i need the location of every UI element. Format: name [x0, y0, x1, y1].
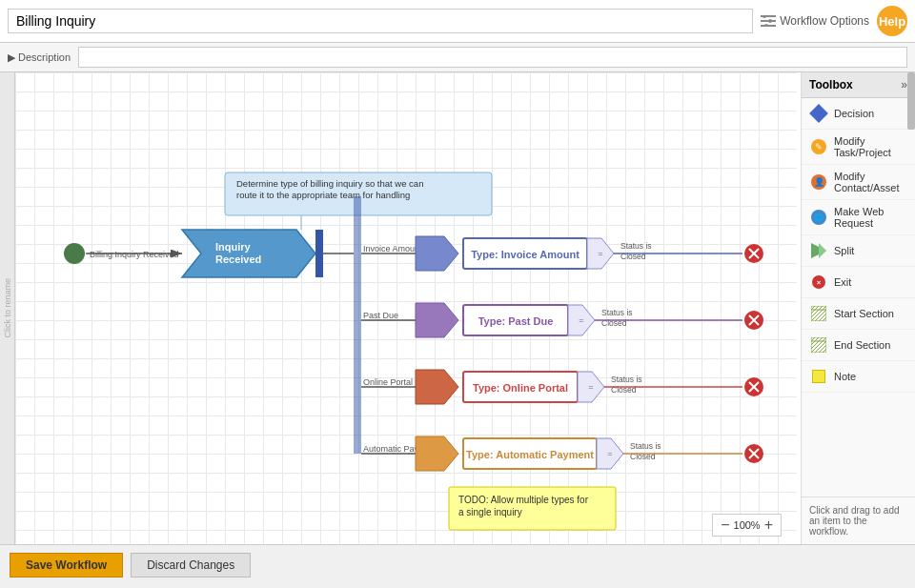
svg-line-79 — [811, 306, 815, 310]
save-workflow-button[interactable]: Save Workflow — [10, 553, 123, 578]
svg-marker-34 — [416, 303, 458, 337]
toolbox-split-label: Split — [834, 245, 854, 256]
toolbox-start-section-label: Start Section — [834, 308, 894, 319]
toolbox-title: Toolbox — [809, 78, 853, 91]
svg-text:Status is: Status is — [601, 308, 633, 317]
svg-text:a single inquiry: a single inquiry — [458, 507, 522, 517]
svg-text:=: = — [579, 315, 583, 325]
svg-line-93 — [819, 345, 826, 353]
note-icon — [809, 367, 828, 386]
svg-text:Status is: Status is — [611, 375, 642, 384]
toolbox-modify-task-label: Modify Task/Project — [834, 135, 907, 158]
svg-text:Invoice Amount: Invoice Amount — [363, 244, 422, 253]
decision-icon — [809, 104, 828, 123]
svg-line-85 — [823, 317, 826, 321]
make-web-icon: 🌐 — [809, 208, 828, 227]
svg-point-5 — [764, 24, 768, 27]
workflow-options-button[interactable]: Workflow Options — [761, 14, 869, 28]
end-section-icon — [809, 335, 828, 355]
svg-marker-47 — [416, 370, 458, 404]
svg-text:=: = — [607, 449, 612, 458]
zoom-controls: − 100% + — [712, 514, 782, 537]
toolbox-item-modify-task[interactable]: ✎ Modify Task/Project — [802, 130, 915, 165]
workflow-options-icon — [761, 15, 776, 27]
svg-text:Status is: Status is — [630, 441, 661, 451]
zoom-minus-button[interactable]: − — [721, 517, 729, 534]
svg-text:=: = — [598, 249, 602, 258]
toolbox-decision-label: Decision — [834, 108, 874, 119]
toolbox-modify-contact-label: Modify Contact/Asset — [834, 171, 907, 193]
toolbox-item-start-section[interactable]: Start Section — [802, 298, 915, 330]
start-section-icon — [809, 304, 828, 323]
svg-rect-18 — [354, 196, 361, 454]
toolbox-expand-button[interactable]: » — [901, 78, 907, 91]
svg-text:Online Portal: Online Portal — [363, 377, 413, 387]
modify-task-icon: ✎ — [809, 137, 828, 156]
exit-icon: × — [809, 273, 828, 292]
workflow-diagram: Determine type of billing inquiry so tha… — [15, 72, 797, 544]
svg-marker-21 — [416, 236, 458, 271]
svg-marker-60 — [416, 436, 458, 471]
svg-line-88 — [811, 337, 815, 341]
toolbox-exit-label: Exit — [834, 276, 851, 288]
svg-text:Past Due: Past Due — [363, 311, 398, 320]
svg-line-82 — [811, 306, 826, 321]
toolbox-item-end-section[interactable]: End Section — [802, 330, 915, 361]
toolbox-item-decision[interactable]: Decision — [802, 98, 915, 130]
toolbox-make-web-label: Make Web Request — [834, 206, 907, 229]
svg-text:route it to the appropriate te: route it to the appropriate team for han… — [236, 190, 410, 200]
help-button[interactable]: Help — [877, 6, 907, 36]
svg-point-10 — [64, 243, 85, 264]
toolbox-item-make-web[interactable]: 🌐 Make Web Request — [802, 200, 915, 235]
toolbox-header: Toolbox » — [802, 72, 915, 98]
toolbox-item-exit[interactable]: × Exit — [802, 267, 915, 298]
split-icon — [809, 241, 828, 260]
description-toggle-label: ▶ Description — [8, 51, 71, 64]
side-tab-label: Click to rename — [3, 278, 12, 338]
toolbox-hint: Click and drag to add an item to the wor… — [802, 497, 915, 544]
svg-text:Type: Past Due: Type: Past Due — [478, 315, 554, 327]
svg-text:Type: Online Portal: Type: Online Portal — [473, 382, 568, 394]
workflow-options-label: Workflow Options — [780, 14, 869, 28]
toolbox-item-note[interactable]: Note — [802, 361, 915, 393]
workflow-title-input[interactable] — [8, 9, 753, 33]
toolbox-panel: Toolbox » Decision ✎ Modify Task/Project… — [801, 72, 915, 544]
svg-text:TODO: Allow multiple types for: TODO: Allow multiple types for — [458, 495, 589, 505]
modify-contact-icon: 👤 — [809, 172, 828, 192]
svg-text:Type: Automatic Payment: Type: Automatic Payment — [466, 449, 594, 460]
svg-text:Received: Received — [215, 253, 261, 265]
svg-text:=: = — [588, 382, 593, 392]
description-input[interactable] — [78, 47, 907, 68]
svg-marker-76 — [819, 243, 826, 258]
toolbox-item-split[interactable]: Split — [802, 235, 915, 267]
discard-changes-button[interactable]: Discard Changes — [131, 553, 251, 578]
svg-rect-16 — [315, 230, 323, 277]
svg-line-91 — [811, 337, 826, 353]
svg-text:Inquiry: Inquiry — [215, 241, 252, 253]
toolbox-end-section-label: End Section — [834, 339, 890, 351]
svg-text:Billing Inquiry Received: Billing Inquiry Received — [90, 250, 179, 259]
svg-point-4 — [768, 19, 772, 23]
toolbox-item-modify-contact[interactable]: 👤 Modify Contact/Asset — [802, 165, 915, 200]
side-rename-tab[interactable]: Click to rename — [0, 72, 15, 544]
svg-line-94 — [823, 349, 826, 353]
svg-text:Type: Invoice Amount: Type: Invoice Amount — [471, 249, 580, 260]
svg-line-84 — [819, 314, 826, 321]
svg-text:Determine type of billing inqu: Determine type of billing inquiry so tha… — [236, 178, 423, 189]
svg-point-3 — [762, 15, 766, 18]
zoom-plus-button[interactable]: + — [764, 517, 773, 534]
toolbox-note-label: Note — [834, 371, 856, 382]
zoom-level: 100% — [734, 519, 761, 531]
description-toggle[interactable]: ▶ Description — [8, 51, 71, 64]
svg-text:Status is: Status is — [620, 241, 652, 251]
